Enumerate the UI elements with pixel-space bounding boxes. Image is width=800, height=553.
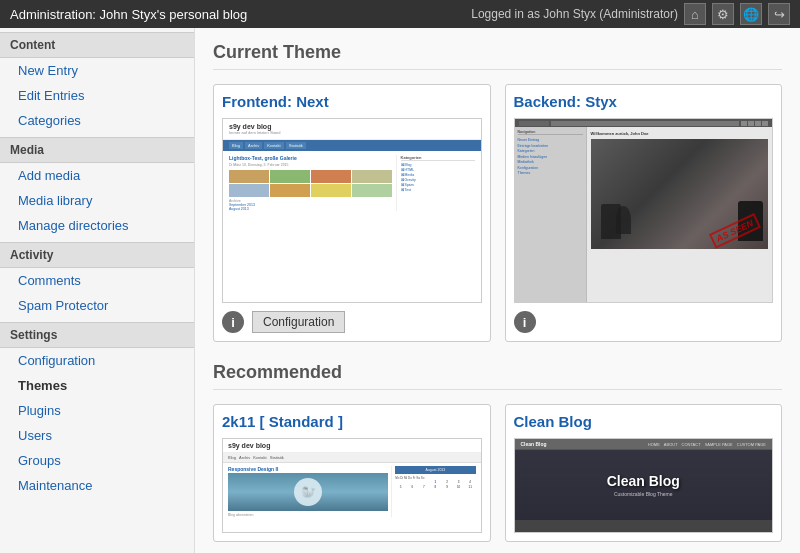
sidebar-item-themes[interactable]: Themes (0, 373, 194, 398)
clean-blog-subtext: Customizable Blog Theme (607, 491, 680, 497)
sidebar-item-spam-protector[interactable]: Spam Protector (0, 293, 194, 318)
frontend-info-button[interactable]: i (222, 311, 244, 333)
preview-blog-subtitle: Immer auf dem letzten Stand (229, 130, 475, 135)
sidebar-item-add-media[interactable]: Add media (0, 163, 194, 188)
sidebar: Content New Entry Edit Entries Categorie… (0, 28, 195, 553)
backend-theme-title: Backend: Styx (514, 93, 774, 110)
globe-icon-btn[interactable]: 🌐 (740, 3, 762, 25)
home-icon-btn[interactable]: ⌂ (684, 3, 706, 25)
sidebar-item-configuration[interactable]: Configuration (0, 348, 194, 373)
rec-card-2k11-title: 2k11 [ Standard ] (222, 413, 482, 430)
sidebar-item-edit-entries[interactable]: Edit Entries (0, 83, 194, 108)
sidebar-section-content: Content (0, 32, 194, 58)
logged-in-text: Logged in as John Styx (Administrator) (471, 7, 678, 21)
topbar-right: Logged in as John Styx (Administrator) ⌂… (471, 3, 790, 25)
topbar-title: Administration: John Styx's personal blo… (10, 7, 247, 22)
current-theme-row: Frontend: Next s9y dev blog Immer auf de… (213, 84, 782, 342)
rec-card-clean-blog-title: Clean Blog (514, 413, 774, 430)
sidebar-item-new-entry[interactable]: New Entry (0, 58, 194, 83)
clean-blog-heading: Clean Blog (607, 473, 680, 489)
backend-theme-preview: Navigation Neuer Eintrag Einträge bearbe… (514, 118, 774, 303)
sidebar-section-media: Media (0, 137, 194, 163)
preview-nav: Blog Archiv Kontakt Statistik (223, 140, 481, 151)
backend-info-button[interactable]: i (514, 311, 536, 333)
sidebar-item-users[interactable]: Users (0, 423, 194, 448)
main-content: Current Theme Frontend: Next s9y dev blo… (195, 28, 800, 553)
backend-theme-card: Backend: Styx (505, 84, 783, 342)
recommended-title: Recommended (213, 362, 782, 390)
sidebar-item-categories[interactable]: Categories (0, 108, 194, 133)
logout-icon-btn[interactable]: ↪ (768, 3, 790, 25)
gear-icon-btn[interactable]: ⚙ (712, 3, 734, 25)
sidebar-section-settings: Settings (0, 322, 194, 348)
sidebar-item-maintenance[interactable]: Maintenance (0, 473, 194, 498)
rec-card-clean-blog: Clean Blog Clean Blog HOME ABOUT CONTACT… (505, 404, 783, 542)
preview-blog-title: s9y dev blog (229, 123, 475, 130)
sidebar-item-groups[interactable]: Groups (0, 448, 194, 473)
backend-card-footer: i (514, 311, 774, 333)
recommended-row: 2k11 [ Standard ] s9y dev blog Blog Arch… (213, 404, 782, 542)
rec-card-2k11: 2k11 [ Standard ] s9y dev blog Blog Arch… (213, 404, 491, 542)
sidebar-item-plugins[interactable]: Plugins (0, 398, 194, 423)
layout: Content New Entry Edit Entries Categorie… (0, 28, 800, 553)
frontend-theme-card: Frontend: Next s9y dev blog Immer auf de… (213, 84, 491, 342)
rec-preview-clean-blog: Clean Blog HOME ABOUT CONTACT SAMPLE PAG… (514, 438, 774, 533)
current-theme-title: Current Theme (213, 42, 782, 70)
sidebar-item-manage-directories[interactable]: Manage directories (0, 213, 194, 238)
sidebar-section-activity: Activity (0, 242, 194, 268)
sidebar-item-comments[interactable]: Comments (0, 268, 194, 293)
frontend-theme-title: Frontend: Next (222, 93, 482, 110)
sidebar-item-media-library[interactable]: Media library (0, 188, 194, 213)
frontend-config-button[interactable]: Configuration (252, 311, 345, 333)
rec-preview-2k11: s9y dev blog Blog Archiv Kontakt Statist… (222, 438, 482, 533)
frontend-theme-preview: s9y dev blog Immer auf dem letzten Stand… (222, 118, 482, 303)
frontend-card-footer: i Configuration (222, 311, 482, 333)
topbar: Administration: John Styx's personal blo… (0, 0, 800, 28)
